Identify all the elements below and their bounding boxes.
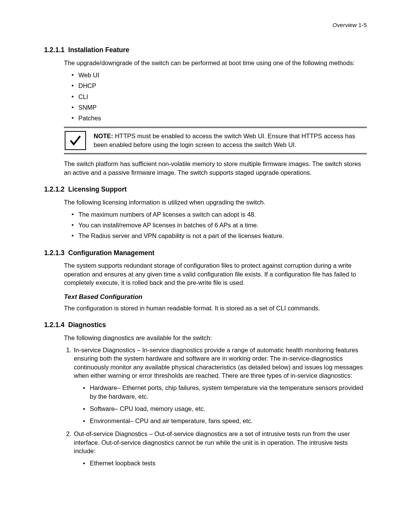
subheading-text-based-configuration: Text Based Configuration	[64, 293, 367, 302]
list-item: The Radius server and VPN capability is …	[73, 232, 367, 240]
paragraph: The following licensing information is u…	[64, 198, 367, 206]
list-item-text: In-service Diagnostics – In-service diag…	[74, 347, 363, 379]
heading-installation-feature: 1.2.1.1 Installation Feature	[44, 46, 367, 55]
paragraph: The system supports redundant storage of…	[64, 261, 367, 287]
heading-configuration-management: 1.2.1.3 Configuration Management	[44, 249, 367, 258]
paragraph: The configuration is stored in human rea…	[64, 304, 367, 312]
bullet-list: Hardware– Ethernet ports, chip failures,…	[74, 383, 367, 425]
heading-number: 1.2.1.1	[44, 46, 65, 54]
section-body: The upgrade/downgrade of the switch can …	[64, 59, 367, 177]
bullet-list: Web UI DHCP CLI SNMP Patches	[64, 71, 367, 122]
heading-number: 1.2.1.2	[44, 185, 65, 193]
heading-licensing-support: 1.2.1.2 Licensing Support	[44, 185, 367, 194]
list-item: DHCP	[73, 81, 367, 90]
bullet-list: The maximum numbers of AP licenses a swi…	[64, 210, 367, 240]
list-item: Hardware– Ethernet ports, chip failures,…	[84, 383, 367, 401]
paragraph: The following diagnostics are available …	[64, 334, 367, 342]
paragraph: The upgrade/downgrade of the switch can …	[64, 59, 367, 67]
list-item: CLI	[73, 93, 367, 101]
list-item: Out-of-service Diagnostics – Out-of-serv…	[73, 430, 367, 467]
section-body: The following licensing information is u…	[64, 198, 367, 240]
running-header: Overview 1-5	[44, 21, 367, 29]
note-label: NOTE:	[94, 133, 113, 139]
running-header-section: Overview	[333, 22, 357, 28]
heading-diagnostics: 1.2.1.4 Diagnostics	[44, 321, 367, 330]
note-body: HTTPS must be enabled to access the swit…	[94, 133, 355, 148]
list-item: In-service Diagnostics – In-service diag…	[73, 346, 367, 425]
list-item-text: Out-of-service Diagnostics – Out-of-serv…	[74, 430, 350, 454]
checkmark-icon	[65, 131, 86, 150]
list-item: SNMP	[73, 103, 367, 112]
running-header-page: 1-5	[357, 22, 367, 28]
note-box: NOTE: HTTPS must be enabled to access th…	[64, 127, 367, 154]
heading-text: Licensing Support	[68, 185, 127, 193]
heading-text: Diagnostics	[68, 321, 106, 329]
list-item: You can install/remove AP licenses in ba…	[73, 221, 367, 229]
list-item: Environmental– CPU and air temperature, …	[84, 417, 367, 425]
note-text: NOTE: HTTPS must be enabled to access th…	[94, 131, 367, 149]
list-item: Web UI	[73, 71, 367, 79]
list-item: Patches	[73, 114, 367, 122]
heading-number: 1.2.1.3	[44, 249, 65, 257]
heading-text: Configuration Management	[68, 249, 155, 257]
heading-number: 1.2.1.4	[44, 321, 65, 329]
paragraph: The switch platform has sufficient non-v…	[64, 160, 367, 177]
list-item: Software– CPU load, memory usage, etc.	[84, 404, 367, 413]
bullet-list: Ethernet loopback tests	[74, 459, 367, 467]
section-body: The system supports redundant storage of…	[64, 261, 367, 312]
page: Overview 1-5 1.2.1.1 Installation Featur…	[0, 0, 411, 532]
section-body: The following diagnostics are available …	[64, 334, 367, 467]
list-item: The maximum numbers of AP licenses a swi…	[73, 210, 367, 219]
numbered-list: In-service Diagnostics – In-service diag…	[64, 346, 367, 467]
heading-text: Installation Feature	[68, 46, 129, 54]
list-item: Ethernet loopback tests	[84, 459, 367, 467]
note-icon-cell	[64, 131, 87, 150]
